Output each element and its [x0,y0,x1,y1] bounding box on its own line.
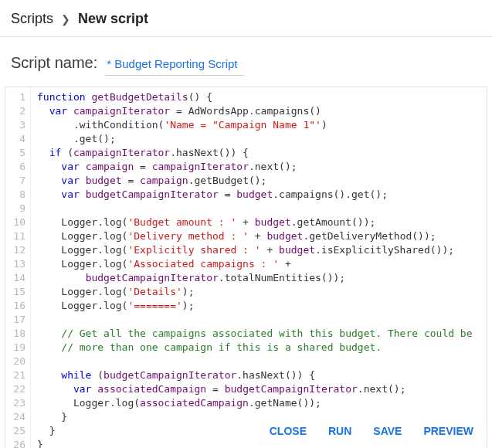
code-line[interactable]: // more than one campaign if this is a s… [37,341,480,355]
breadcrumb-root[interactable]: Scripts [11,11,53,27]
breadcrumb-current: New script [78,11,148,27]
script-name-label: Script name: [11,54,97,72]
breadcrumb: Scripts ❯ New script [0,0,492,37]
code-line[interactable]: Logger.log('Explicitly shared : ' + budg… [37,243,480,257]
run-button[interactable]: RUN [328,425,351,437]
code-line[interactable]: Logger.log('Details'); [37,285,480,299]
code-line[interactable] [37,202,480,216]
code-line[interactable]: Logger.log('======='); [37,299,480,313]
code-line[interactable]: function getBudgetDetails() { [37,90,480,104]
code-line[interactable]: Logger.log('Associated campaigns : ' + [37,257,480,271]
code-line[interactable]: budgetCampaignIterator.totalNumEntities(… [37,271,480,285]
code-line[interactable]: var budget = campaign.getBudget(); [37,174,480,188]
code-line[interactable]: var campaignIterator = AdWordsApp.campai… [37,104,480,118]
code-line[interactable]: var associatedCampaign = budgetCampaignI… [37,382,480,396]
code-line[interactable]: Logger.log(associatedCampaign.getName())… [37,396,480,410]
code-line[interactable] [37,355,480,368]
line-gutter: 1234567891011121314151617181920212223242… [5,87,31,448]
save-button[interactable]: SAVE [373,425,402,437]
code-line[interactable]: .get(); [37,132,480,146]
code-area[interactable]: function getBudgetDetails() { var campai… [31,87,487,448]
code-line[interactable]: while (budgetCampaignIterator.hasNext())… [37,368,480,382]
script-name-input[interactable] [105,56,244,76]
close-button[interactable]: CLOSE [270,425,307,437]
code-line[interactable]: // Get all the campaigns associated with… [37,327,480,341]
code-editor[interactable]: 1234567891011121314151617181920212223242… [5,87,487,448]
code-line[interactable]: var campaign = campaignIterator.next(); [37,160,480,174]
preview-button[interactable]: PREVIEW [423,425,473,437]
code-line[interactable]: if (campaignIterator.hasNext()) { [37,146,480,160]
code-line[interactable] [37,313,480,327]
code-line[interactable]: var budgetCampaignIterator = budget.camp… [37,188,480,202]
code-line[interactable]: Logger.log('Budget amount : ' + budget.g… [37,216,480,229]
chevron-right-icon: ❯ [61,13,70,25]
code-line[interactable]: Logger.log('Delivery method : ' + budget… [37,229,480,243]
code-line[interactable]: .withCondition('Name = "Campaign Name 1"… [37,118,480,132]
script-name-row: Script name: [0,37,492,80]
action-bar: CLOSE RUN SAVE PREVIEW [251,414,492,448]
